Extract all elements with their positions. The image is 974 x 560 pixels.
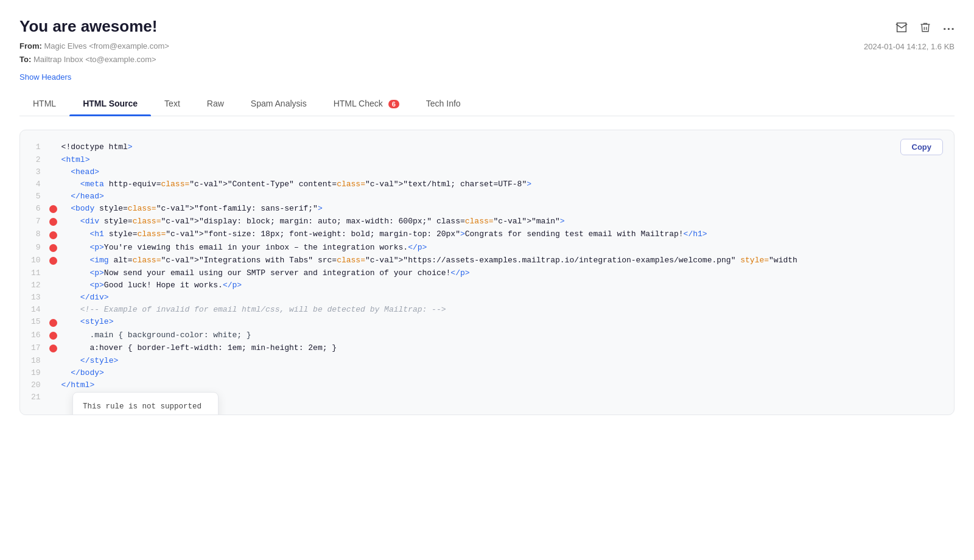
error-indicator [49, 178, 60, 191]
line-number: 1 [20, 141, 49, 153]
line-number: 8 [20, 228, 49, 241]
error-indicator [49, 228, 60, 241]
table-row: 1<!doctype html> [20, 141, 954, 153]
more-icon[interactable]: ⋯ [942, 21, 955, 36]
code-line: <!-- Example of invalid for email html/c… [60, 304, 954, 316]
tab-html[interactable]: HTML [19, 93, 69, 116]
table-row: 11 <p>Now send your email using our SMTP… [20, 267, 954, 279]
copy-button[interactable]: Copy [900, 139, 944, 155]
from-value: Magic Elves <from@example.com> [44, 41, 169, 51]
error-dot [49, 244, 57, 252]
code-line: </html> [60, 379, 954, 391]
code-line: <img alt=class="c-val">"Integrations wit… [60, 254, 954, 267]
code-line: </head> [60, 191, 954, 203]
code-area: Copy 1<!doctype html>2<html>3 <head>4 <m… [19, 130, 955, 415]
table-row: 10 <img alt=class="c-val">"Integrations … [20, 254, 954, 267]
table-row: 18 </style> [20, 355, 954, 367]
code-line: <div style=class="c-val">"display: block… [60, 215, 954, 228]
error-indicator [49, 166, 60, 178]
table-row: 13 </div> [20, 292, 954, 304]
table-row: 7 <div style=class="c-val">"display: blo… [20, 215, 954, 228]
tab-html-source[interactable]: HTML Source [69, 93, 151, 116]
table-row: 12 <p>Good luck! Hope it works.</p> [20, 279, 954, 292]
line-number: 11 [20, 267, 49, 279]
code-table: 1<!doctype html>2<html>3 <head>4 <meta h… [20, 141, 954, 404]
error-indicator [49, 279, 60, 292]
show-headers-link[interactable]: Show Headers [19, 72, 71, 82]
line-number: 17 [20, 342, 49, 355]
line-number: 12 [20, 279, 49, 292]
tab-html-check[interactable]: HTML Check 6 [320, 93, 413, 116]
table-row: 5 </head> [20, 191, 954, 203]
to-label: To: [19, 55, 31, 64]
tab-spam-analysis[interactable]: Spam Analysis [237, 93, 320, 116]
table-row: 9 <p>You're viewing this email in your i… [20, 242, 954, 254]
error-indicator [49, 379, 60, 391]
line-number: 18 [20, 355, 49, 367]
error-indicator [49, 242, 60, 254]
error-indicator [49, 342, 60, 355]
html-check-badge: 6 [388, 100, 399, 108]
error-dot [49, 319, 57, 327]
error-indicator [49, 367, 60, 379]
code-line: <meta http-equiv=class="c-val">"Content-… [60, 178, 954, 191]
table-row: 6 <body style=class="c-val">"font-family… [20, 203, 954, 215]
code-line: <h1 style=class="c-val">"font-size: 18px… [60, 228, 954, 241]
line-number: 10 [20, 254, 49, 267]
table-row: 20</html> [20, 379, 954, 391]
error-indicator [49, 203, 60, 215]
tab-raw[interactable]: Raw [194, 93, 237, 116]
error-dot [49, 332, 57, 340]
tab-tech-info[interactable]: Tech Info [413, 93, 474, 116]
error-dot [49, 205, 57, 213]
code-line: <!doctype html> [60, 141, 954, 153]
from-label: From: [19, 41, 42, 51]
error-indicator [49, 292, 60, 304]
table-row: 19 </body> [20, 367, 954, 379]
line-number: 7 [20, 215, 49, 228]
table-row: 3 <head> [20, 166, 954, 178]
tab-text[interactable]: Text [151, 93, 194, 116]
date-size: 2024-01-04 14:12, 1.6 KB [864, 42, 955, 51]
table-row: 15 <style> [20, 316, 954, 329]
line-number: 9 [20, 242, 49, 254]
line-number: 21 [20, 391, 49, 404]
error-indicator [49, 191, 60, 203]
code-line: </div> [60, 292, 954, 304]
error-indicator [49, 355, 60, 367]
delete-icon[interactable] [919, 21, 931, 36]
line-number: 3 [20, 166, 49, 178]
code-line: a:hover { border-left-width: 1em; min-he… [60, 342, 954, 355]
table-row: 2<html> [20, 154, 954, 166]
line-number: 6 [20, 203, 49, 215]
email-title: You are awesome! [19, 17, 157, 36]
error-indicator [49, 254, 60, 267]
code-line: <html> [60, 154, 954, 166]
line-number: 2 [20, 154, 49, 166]
code-line: .main { background-color: white; } [60, 329, 954, 342]
line-number: 15 [20, 316, 49, 329]
error-indicator [49, 215, 60, 228]
table-row: 8 <h1 style=class="c-val">"font-size: 18… [20, 228, 954, 241]
table-row: 17 a:hover { border-left-width: 1em; min… [20, 342, 954, 355]
code-line: <body style=class="c-val">"font-family: … [60, 203, 954, 215]
error-dot [49, 218, 57, 226]
table-row: 16 .main { background-color: white; } [20, 329, 954, 342]
error-dot [49, 345, 57, 352]
error-indicator [49, 267, 60, 279]
line-number: 5 [20, 191, 49, 203]
error-indicator [49, 316, 60, 329]
line-number: 16 [20, 329, 49, 342]
line-number: 20 [20, 379, 49, 391]
error-indicator [49, 304, 60, 316]
table-row: 4 <meta http-equiv=class="c-val">"Conten… [20, 178, 954, 191]
tabs-bar: HTML HTML Source Text Raw Spam Analysis … [19, 93, 955, 116]
line-number: 19 [20, 367, 49, 379]
mark-read-icon[interactable] [895, 21, 908, 36]
error-dot [49, 231, 57, 239]
error-tooltip: This rule is not supported for some of t… [72, 392, 219, 415]
line-number: 14 [20, 304, 49, 316]
code-line: <p>Now send your email using our SMTP se… [60, 267, 954, 279]
code-line: <style> [60, 316, 954, 329]
code-line: <p>Good luck! Hope it works.</p> [60, 279, 954, 292]
